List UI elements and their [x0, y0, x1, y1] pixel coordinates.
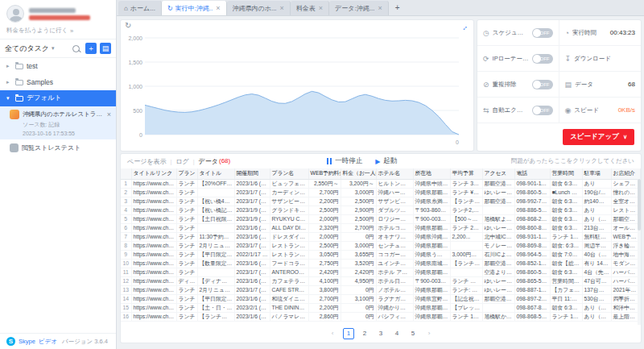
table-wrap: タイトルリンクプランタイトル開催期間プラン名WEB予約料金料金（お一人様）ホテル… [121, 168, 641, 325]
close-icon[interactable]: × [107, 110, 111, 118]
close-icon[interactable]: × [280, 4, 284, 12]
cell: 那覇空港から車... [482, 259, 514, 268]
table-row[interactable]: 12https://www.chu...ディナー【ディナー】デ...2023/1… [121, 276, 641, 285]
sidebar-item-samples[interactable]: ▸ Samples [0, 74, 116, 90]
table-row[interactable]: 15https://www.chu...ランチ【土・日・祝日...2023/2/… [121, 303, 641, 312]
video-link[interactable]: ビデオ [39, 338, 57, 346]
cell: 3,200円～ [341, 179, 376, 188]
cell: ランチ [176, 285, 197, 294]
toggle-switch[interactable]: OFF [532, 28, 553, 38]
page-button-5[interactable]: 5 [407, 328, 419, 339]
cell: 【20%OFF】ラ... [197, 179, 234, 188]
view-tab-label: ログ [175, 157, 188, 166]
vertical-scrollbar[interactable] [638, 179, 641, 325]
sidebar-item-default[interactable]: ▾ デフォルト [0, 90, 116, 106]
table-row[interactable]: 2https://www.chu...ランチ2023/1/7 (月)...カーデ… [121, 188, 641, 197]
user-note-text: 料金を払うように行く [6, 27, 68, 35]
cell: 2,320円 [308, 223, 341, 232]
scrollbar-thumb[interactable] [638, 179, 641, 231]
cell: レストランで上... [611, 206, 641, 214]
tab-1[interactable]: ↻実行中:沖縄..× [162, 1, 227, 15]
cell: 2,550円～ [308, 179, 341, 188]
tab-0[interactable]: ⌂ホーム... [118, 1, 162, 15]
table-row[interactable]: 6https://www.chu...ランチ2023/1/6 (金)...ALL… [121, 223, 641, 232]
search-icon[interactable] [72, 45, 80, 52]
page-button-2[interactable]: 2 [359, 328, 370, 339]
cell: 【ブレックファ... [450, 303, 482, 312]
close-icon[interactable]: × [319, 4, 323, 12]
cell: https://www.chu... [131, 312, 176, 321]
page-button-1[interactable]: 1 [343, 328, 354, 339]
user-note-link[interactable]: 料金を払うように行く » [0, 24, 116, 39]
cell: ディナー [176, 276, 197, 285]
cell: 3,520円 [341, 259, 376, 268]
view-tab-0[interactable]: ページを表示 [127, 157, 167, 166]
view-tab-2[interactable]: データ(68) [199, 157, 231, 166]
column-header: 平均予算 [450, 168, 482, 179]
new-tab-button[interactable]: + [389, 0, 407, 15]
view-tab-1[interactable]: ログ [175, 157, 188, 166]
panel-label: 重複排除 [493, 81, 517, 89]
page-button-3[interactable]: 3 [375, 328, 386, 339]
list-view-button[interactable]: ▤ [100, 43, 111, 54]
column-header: 所在地 [413, 168, 450, 179]
table-row[interactable]: 5https://www.chu...ランチ【土日祝限定】...2023/1/9… [121, 214, 641, 223]
speedup-button[interactable]: スピードアップ ∨ [563, 129, 634, 145]
task-icon [10, 143, 19, 152]
cell: オールデイダイ... [611, 223, 641, 232]
toggle-switch[interactable]: OFF [532, 54, 553, 64]
page-next-button[interactable]: › [423, 328, 435, 339]
avatar[interactable] [6, 5, 24, 23]
refresh-icon[interactable]: ↻ [125, 21, 131, 30]
table-row[interactable]: 11https://www.chu...ランチ2023/1/7 (土)...AN… [121, 268, 641, 276]
cell: 2023/1/6 (金)... [234, 312, 270, 321]
table-row[interactable]: 7https://www.chu...ランチ11:30予約で20...2023/… [121, 232, 641, 241]
tab-3[interactable]: 料金表× [291, 1, 329, 15]
cell: ランチ ¥2,0... [450, 188, 482, 197]
user-plan-redacted [29, 15, 90, 20]
close-icon[interactable]: × [216, 4, 220, 12]
sidebar-item-test[interactable]: ▸ test [0, 58, 116, 74]
close-icon[interactable]: × [378, 4, 382, 12]
cell: 2,200円 [308, 303, 341, 312]
cell: ランチ 11:... [550, 232, 582, 241]
panel-label: IPローテーション [493, 55, 529, 63]
rotation-icon: ⟳ [483, 55, 489, 63]
cell: https://www.chu... [131, 188, 176, 197]
cell: 2023/1/6 (金)... [234, 276, 270, 285]
cell: 朝食 6:30A... [550, 268, 582, 276]
table-row[interactable]: 4https://www.chu...ランチ【祝い橋記念日...2023/1/9… [121, 206, 641, 214]
help-text[interactable]: 問題があったらここをクリックしてください [511, 157, 634, 165]
table-row[interactable]: 10https://www.chu...ランチ【数量限定】上...2023/1/… [121, 259, 641, 268]
cell: 沖縄県那覇市松... [413, 285, 450, 294]
cell: 2,860円 [308, 312, 341, 321]
tab-4[interactable]: データ:沖縄...× [329, 1, 389, 15]
page-prev-button[interactable]: ‹ [327, 328, 338, 339]
table-row[interactable]: 8https://www.chu...ランチ2月リニューア...2023/1/7… [121, 241, 641, 250]
cell: 沖縄県南城市佐... [413, 259, 450, 268]
launch-button[interactable]: ▶ 起動 [375, 156, 397, 166]
skype-link[interactable]: Skype [19, 338, 35, 345]
table-row[interactable]: 16https://www.chu...ランチ【ランチ】ホテ...2023/1/… [121, 312, 641, 321]
all-tasks-dropdown[interactable]: 全てのタスク ▾ [5, 44, 69, 54]
task-card-selected[interactable]: 沖縄県内のホテルレストラン情報サイト【... × ソース数: 記録 2023-1… [0, 106, 116, 139]
toggle-switch[interactable]: OFF [532, 80, 553, 89]
table-row[interactable]: 3https://www.chu...ランチ【祝い橋45周年...2023/1/… [121, 197, 641, 206]
page-button-4[interactable]: 4 [391, 328, 402, 339]
cell: ノボテル沖縄那... [376, 285, 413, 294]
chevron-down-icon: ▾ [52, 45, 55, 52]
skype-icon[interactable]: S [6, 337, 15, 346]
pause-button[interactable]: 一時停止 [327, 156, 362, 166]
cell: 2021年7月リニ... [611, 285, 641, 294]
toggle-switch[interactable]: OFF [532, 106, 553, 115]
table-row[interactable]: 1https://www.chu...ランチ【20%OFF】ラ...2023/1… [121, 179, 641, 188]
sidebar-item-stress-test[interactable]: 閲覧ストレステスト [0, 139, 116, 156]
tab-2[interactable]: 沖縄県内のホ...× [227, 1, 291, 15]
new-task-button[interactable]: ＋ [85, 43, 97, 54]
table-row[interactable]: 14https://www.chu...ランチ【平日限定】デ...2023/1/… [121, 294, 641, 303]
cell: ハーバービュー... [611, 276, 641, 285]
table-row[interactable]: 9https://www.chu...ランチ【平日限定】水...2022/1/1… [121, 250, 641, 259]
table-row[interactable]: 13https://www.chu...ランチ2月リニューア...2023/1/… [121, 285, 641, 294]
tab-label: データ:沖縄... [335, 4, 374, 13]
cell: 2,500円 [308, 206, 341, 214]
